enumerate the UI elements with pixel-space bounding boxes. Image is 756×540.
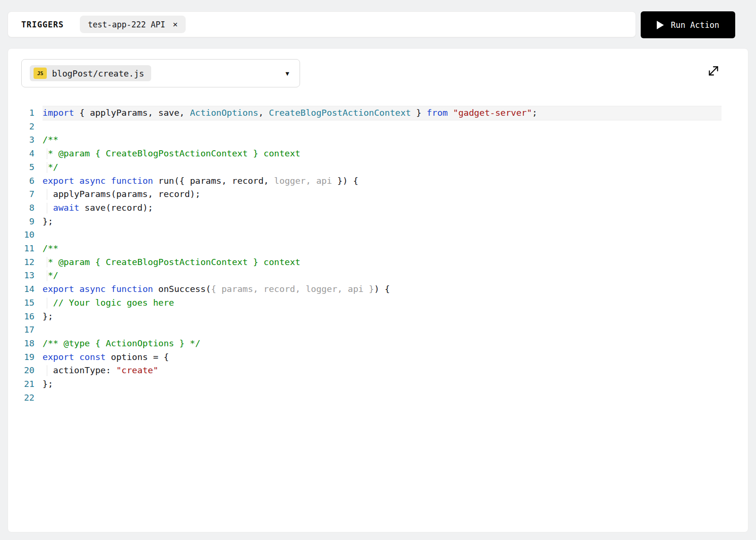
code-line[interactable]: 12 * @param { CreateBlogPostActionContex… — [8, 256, 722, 269]
indent-guide-line — [47, 270, 47, 281]
line-number[interactable]: 19 — [8, 351, 43, 364]
code-token: */ — [43, 270, 58, 280]
trigger-chip-label: test-app-222 API — [88, 20, 165, 29]
code-line[interactable]: 2 — [8, 120, 722, 134]
indent-guide-line — [47, 257, 47, 268]
code-token: } — [411, 108, 427, 118]
editor-panel: JS blogPost/create.js ▼ 1import { applyP… — [8, 48, 748, 532]
code-line[interactable]: 5 */ — [8, 161, 722, 174]
line-number[interactable]: 12 — [8, 256, 43, 269]
code-token: /** — [43, 243, 58, 253]
code-line[interactable]: 7 applyParams(params, record); — [8, 188, 722, 201]
code-text: // Your logic goes here — [43, 296, 722, 310]
file-selector-dropdown[interactable]: JS blogPost/create.js ▼ — [21, 59, 300, 87]
code-text: export async function onSuccess({ params… — [43, 283, 722, 296]
code-token — [74, 176, 79, 186]
code-text: * @param { CreateBlogPostActionContext }… — [43, 256, 722, 269]
indent-guide-line — [47, 189, 47, 200]
line-number[interactable]: 15 — [8, 296, 43, 310]
line-number[interactable]: 20 — [8, 364, 43, 377]
javascript-icon: JS — [34, 68, 47, 79]
code-text: */ — [43, 269, 722, 283]
code-line[interactable]: 18/** @type { ActionOptions } */ — [8, 337, 722, 351]
code-line[interactable]: 4 * @param { CreateBlogPostActionContext… — [8, 147, 722, 161]
code-token: export — [43, 284, 74, 294]
code-token: /** — [43, 135, 58, 145]
line-number[interactable]: 4 — [8, 147, 43, 161]
code-token: * @param { CreateBlogPostActionContext }… — [43, 257, 301, 267]
code-line[interactable]: 11/** — [8, 242, 722, 256]
code-line[interactable]: 15 // Your logic goes here — [8, 296, 722, 310]
code-token: CreateBlogPostActionContext — [269, 108, 411, 118]
code-text: /** @type { ActionOptions } */ — [43, 337, 722, 351]
line-number[interactable]: 18 — [8, 337, 43, 351]
code-token: ActionOptions — [190, 108, 258, 118]
code-token: "create" — [116, 365, 158, 375]
code-line[interactable]: 16}; — [8, 310, 722, 324]
line-number[interactable]: 14 — [8, 283, 43, 296]
code-token: actionType: — [43, 365, 116, 375]
code-token: options = { — [106, 352, 169, 362]
code-line[interactable]: 13 */ — [8, 269, 722, 283]
code-text: }; — [43, 377, 722, 391]
triggers-bar: TRIGGERS test-app-222 API ✕ — [8, 11, 636, 37]
line-number[interactable]: 17 — [8, 323, 43, 337]
line-number[interactable]: 16 — [8, 310, 43, 324]
trigger-chip[interactable]: test-app-222 API ✕ — [80, 16, 186, 33]
code-token: const — [79, 352, 106, 362]
code-token: import — [43, 108, 74, 118]
line-number[interactable]: 22 — [8, 391, 43, 405]
code-line[interactable]: 6export async function run({ params, rec… — [8, 174, 722, 188]
line-number[interactable]: 2 — [8, 120, 43, 134]
code-editor[interactable]: 1import { applyParams, save, ActionOptio… — [8, 106, 748, 404]
code-line[interactable]: 1import { applyParams, save, ActionOptio… — [8, 106, 722, 120]
code-line[interactable]: 21}; — [8, 377, 722, 391]
code-token: await — [53, 203, 79, 213]
filename-label: blogPost/create.js — [52, 69, 144, 78]
code-token: function — [111, 176, 153, 186]
line-number[interactable]: 1 — [8, 106, 43, 120]
run-action-button[interactable]: Run Action — [641, 11, 735, 38]
code-token: from — [427, 108, 448, 118]
code-line[interactable]: 10 — [8, 228, 722, 242]
code-text: * @param { CreateBlogPostActionContext }… — [43, 147, 722, 161]
line-number[interactable]: 13 — [8, 269, 43, 283]
line-number[interactable]: 3 — [8, 133, 43, 147]
expand-editor-button[interactable] — [707, 65, 720, 77]
code-text: */ — [43, 161, 722, 174]
code-line[interactable]: 22 — [8, 391, 722, 405]
code-text: export const options = { — [43, 351, 722, 364]
expand-icon — [707, 65, 720, 77]
code-token: save(record); — [79, 203, 153, 213]
code-line[interactable]: 8 await save(record); — [8, 201, 722, 215]
line-number[interactable]: 7 — [8, 188, 43, 201]
code-token: export — [43, 176, 74, 186]
code-line[interactable]: 3/** — [8, 133, 722, 147]
code-token — [448, 108, 453, 118]
code-line[interactable]: 9}; — [8, 215, 722, 229]
line-number[interactable]: 8 — [8, 201, 43, 215]
code-token: run({ params, record, — [153, 176, 269, 186]
code-text — [43, 120, 722, 134]
code-line[interactable]: 20 actionType: "create" — [8, 364, 722, 377]
line-number[interactable]: 9 — [8, 215, 43, 229]
code-token: applyParams(params, record); — [43, 189, 200, 199]
code-token — [74, 284, 79, 294]
code-text: import { applyParams, save, ActionOption… — [43, 106, 722, 120]
code-text: applyParams(params, record); — [43, 188, 722, 201]
line-number[interactable]: 10 — [8, 228, 43, 242]
code-line[interactable]: 14export async function onSuccess({ para… — [8, 283, 722, 296]
code-line[interactable]: 17 — [8, 323, 722, 337]
indent-guide-line — [47, 365, 47, 376]
line-number[interactable]: 6 — [8, 174, 43, 188]
code-line[interactable]: 19export const options = { — [8, 351, 722, 364]
close-icon[interactable]: ✕ — [173, 20, 178, 28]
line-number[interactable]: 5 — [8, 161, 43, 174]
line-number[interactable]: 21 — [8, 377, 43, 391]
code-token: function — [111, 284, 153, 294]
line-number[interactable]: 11 — [8, 242, 43, 256]
triggers-label: TRIGGERS — [21, 20, 64, 29]
code-text: actionType: "create" — [43, 364, 722, 377]
code-token: }) { — [332, 176, 359, 186]
code-token: ; — [532, 108, 537, 118]
